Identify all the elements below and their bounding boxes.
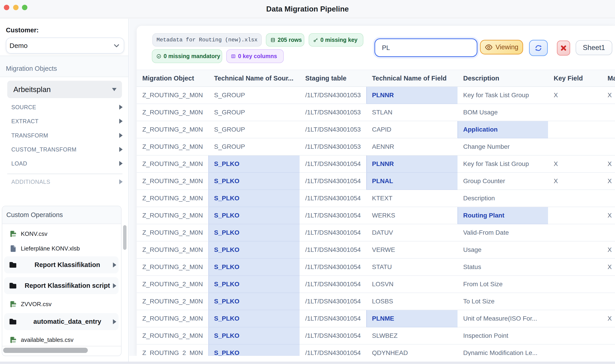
svg-text:csv: csv: [12, 340, 16, 343]
svg-text:csv: csv: [12, 234, 16, 237]
svg-text:csv: csv: [12, 304, 16, 307]
